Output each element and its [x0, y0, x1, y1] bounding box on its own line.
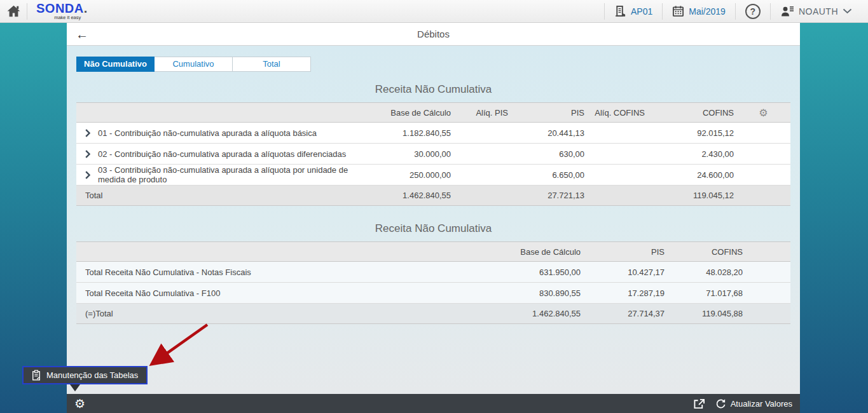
- period-selector[interactable]: Mai/2019: [663, 0, 735, 22]
- refresh-icon: [715, 398, 726, 409]
- col-cofins: COFINS: [667, 242, 790, 262]
- view-header: ← Débitos: [67, 23, 800, 46]
- total-label: Total: [76, 186, 352, 206]
- tooltip-pointer: [70, 384, 80, 391]
- cell-pis: 6.650,00: [511, 165, 587, 186]
- row-description: 02 - Contribuição não-cumulativa apurada…: [98, 149, 346, 159]
- calendar-icon: [672, 5, 684, 17]
- cell-aliq-cofins: [587, 144, 647, 165]
- establishment-value: AP01: [631, 6, 652, 17]
- cell-cofins: 48.028,20: [667, 262, 790, 283]
- col-base: Base de Cálculo: [352, 103, 453, 123]
- help-glyph: ?: [750, 6, 756, 17]
- table2-title: Receita Não Cumulativa: [76, 222, 790, 235]
- cell-base: 631.950,00: [481, 262, 583, 283]
- topbar: SONDA . make it easy AP01: [0, 0, 868, 23]
- total-label: (=)Total: [76, 304, 481, 324]
- total-cofins: 119.045,88: [667, 304, 790, 324]
- cell-cofins: 71.017,68: [667, 283, 790, 304]
- topbar-right: AP01 Mai/2019 ?: [604, 0, 868, 22]
- cell-pis: 20.441,13: [511, 123, 587, 144]
- expand-chevron-icon[interactable]: [85, 171, 90, 179]
- cell-cofins: 24.600,00: [647, 165, 736, 186]
- cell-cofins: 92.015,12: [647, 123, 736, 144]
- table-header-row: Base de Cálculo Alíq. PIS PIS Alíq. COFI…: [76, 103, 790, 123]
- building-icon: [614, 5, 626, 17]
- tooltip-label: Manutenção das Tabelas: [46, 370, 138, 380]
- username: NOAUTH: [799, 6, 838, 17]
- table-row: Total Receita Não Cumulativa - F100 830.…: [76, 283, 790, 304]
- tab-total[interactable]: Total: [233, 57, 311, 72]
- cell-base: 30.000,00: [352, 144, 453, 165]
- table-row: Total Receita Não Cumulativa - Notas Fis…: [76, 262, 790, 283]
- export-button[interactable]: [693, 398, 705, 409]
- total-pis: 27.714,37: [583, 304, 667, 324]
- table-row[interactable]: 02 - Contribuição não-cumulativa apurada…: [76, 144, 790, 165]
- col-aliq-pis: Alíq. PIS: [453, 103, 511, 123]
- refresh-label: Atualizar Valores: [731, 399, 792, 409]
- table-row[interactable]: 01 - Contribuição não-cumulativa apurada…: [76, 123, 790, 144]
- clipboard-icon: [32, 370, 41, 381]
- home-button[interactable]: [0, 0, 27, 22]
- sonda-logo: SONDA . make it easy: [36, 2, 87, 20]
- cell-aliq-pis: [453, 123, 511, 144]
- tab-cumulativo[interactable]: Cumulativo: [155, 57, 233, 72]
- period-value: Mai/2019: [689, 6, 726, 17]
- cell-base: 830.890,55: [481, 283, 583, 304]
- menu-item-manutencao-tabelas[interactable]: Manutenção das Tabelas: [22, 366, 148, 384]
- table-header-row: Base de Cálculo PIS COFINS: [76, 242, 790, 262]
- settings-gear-icon[interactable]: ⚙: [74, 398, 85, 410]
- expand-chevron-icon[interactable]: [85, 129, 90, 137]
- help-icon: ?: [745, 4, 761, 19]
- establishment-selector[interactable]: AP01: [605, 0, 662, 22]
- cell-base: 1.182.840,55: [352, 123, 453, 144]
- cell-aliq-pis: [453, 144, 511, 165]
- brand-text: SONDA: [36, 2, 84, 15]
- main-panel: ← Débitos Não Cumulativo Cumulativo Tota…: [67, 23, 800, 413]
- page-title: Débitos: [67, 29, 800, 39]
- action-bar: ⚙ Atualizar Valores: [67, 394, 800, 413]
- table-total-row: Total 1.462.840,55 27.721,13 119.045,12: [76, 186, 790, 206]
- row-description: Total Receita Não Cumulativa - Notas Fis…: [85, 267, 251, 277]
- cell-pis: 17.287,19: [583, 283, 667, 304]
- summary-table: Base de Cálculo PIS COFINS Total Receita…: [76, 241, 790, 324]
- back-button[interactable]: ←: [76, 28, 88, 41]
- cell-aliq-cofins: [587, 123, 647, 144]
- col-pis: PIS: [583, 242, 667, 262]
- user-menu[interactable]: NOAUTH: [771, 0, 862, 22]
- tab-bar: Não Cumulativo Cumulativo Total: [76, 57, 790, 72]
- col-aliq-cofins: Alíq. COFINS: [587, 103, 647, 123]
- divider: [27, 3, 27, 20]
- home-icon: [7, 5, 20, 17]
- cell-pis: 10.427,17: [583, 262, 667, 283]
- col-cofins: COFINS: [647, 103, 736, 123]
- column-settings-gear-icon[interactable]: ⚙: [736, 103, 790, 123]
- view-body: Não Cumulativo Cumulativo Total Receita …: [67, 46, 800, 394]
- cell-base: 250.000,00: [352, 165, 453, 186]
- total-base: 1.462.840,55: [352, 186, 453, 206]
- brand-tagline: make it easy: [36, 15, 87, 20]
- row-description: Total Receita Não Cumulativa - F100: [85, 288, 220, 298]
- table-total-row: (=)Total 1.462.840,55 27.714,37 119.045,…: [76, 304, 790, 324]
- row-description: 03 - Contribuição não-cumulativa apurada…: [98, 165, 352, 184]
- help-button[interactable]: ?: [736, 0, 770, 22]
- col-pis: PIS: [511, 103, 587, 123]
- col-base: Base de Cálculo: [481, 242, 583, 262]
- export-icon: [693, 398, 705, 409]
- total-pis: 27.721,13: [511, 186, 587, 206]
- tab-nao-cumulativo[interactable]: Não Cumulativo: [76, 57, 155, 72]
- table1-title: Receita Não Cumulativa: [76, 83, 790, 96]
- table-row[interactable]: 03 - Contribuição não-cumulativa apurada…: [76, 165, 790, 186]
- chevron-down-icon: [843, 8, 852, 14]
- total-cofins: 119.045,12: [647, 186, 736, 206]
- cell-pis: 630,00: [511, 144, 587, 165]
- total-base: 1.462.840,55: [481, 304, 583, 324]
- user-icon: [780, 5, 794, 18]
- brand-dot: .: [84, 2, 88, 15]
- cell-aliq-pis: [453, 165, 511, 186]
- row-description: 01 - Contribuição não-cumulativa apurada…: [98, 128, 317, 138]
- cell-aliq-cofins: [587, 165, 647, 186]
- refresh-values-button[interactable]: Atualizar Valores: [715, 398, 792, 409]
- expand-chevron-icon[interactable]: [85, 150, 90, 158]
- detail-table: Base de Cálculo Alíq. PIS PIS Alíq. COFI…: [76, 102, 790, 206]
